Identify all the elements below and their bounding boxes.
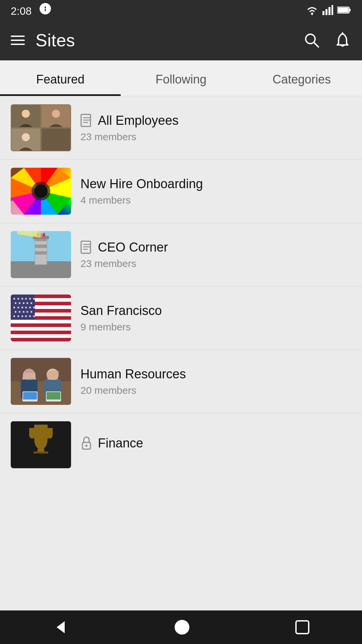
- site-info-human-resources: Human Resources 20 members: [80, 367, 351, 396]
- svg-line-10: [314, 42, 318, 47]
- svg-rect-3: [325, 9, 327, 15]
- recent-square-icon[interactable]: [295, 620, 310, 635]
- svg-point-71: [175, 620, 189, 635]
- svg-rect-31: [35, 245, 47, 248]
- page-icon-ceo: [80, 240, 93, 254]
- site-item-new-hire-onboarding[interactable]: New Hire Onboarding 4 members: [0, 160, 362, 223]
- sites-list: All Employees 23 members: [0, 96, 362, 476]
- svg-text:★ ★ ★ ★ ★: ★ ★ ★ ★ ★: [14, 310, 33, 314]
- site-item-all-employees[interactable]: All Employees 23 members: [0, 96, 362, 160]
- recent-apps-button[interactable]: [295, 620, 310, 635]
- site-thumbnail-all-employees: [11, 104, 71, 151]
- status-left: 2:08: [11, 3, 51, 17]
- site-members-ceo-corner: 23 members: [80, 258, 136, 269]
- site-members-san-francisco: 9 members: [80, 321, 131, 332]
- svg-rect-2: [322, 11, 324, 15]
- svg-line-35: [17, 231, 41, 235]
- pocket-cast-icon: [39, 3, 51, 15]
- svg-rect-16: [42, 128, 70, 151]
- menu-button[interactable]: [11, 36, 25, 45]
- svg-rect-45: [11, 320, 71, 323]
- status-bar: 2:08: [0, 0, 362, 20]
- back-arrow-icon[interactable]: [52, 619, 69, 636]
- bottom-nav: [0, 610, 362, 644]
- site-info-all-employees: All Employees 23 members: [80, 113, 351, 143]
- site-info-san-francisco: San Francisco 9 members: [80, 304, 351, 333]
- site-members-all-employees: 23 members: [80, 131, 136, 142]
- site-item-human-resources[interactable]: Human Resources 20 members: [0, 350, 362, 413]
- top-app-bar: Sites: [0, 20, 362, 60]
- svg-rect-55: [11, 358, 71, 381]
- site-thumbnail-new-hire-onboarding: [11, 168, 71, 215]
- svg-rect-56: [11, 381, 71, 405]
- site-members-human-resources: 20 members: [80, 385, 136, 396]
- svg-rect-64: [47, 392, 60, 399]
- back-button[interactable]: [52, 619, 69, 636]
- svg-text:★ ★ ★ ★ ★ ★: ★ ★ ★ ★ ★ ★: [13, 306, 36, 309]
- svg-rect-8: [338, 8, 349, 12]
- svg-point-18: [52, 110, 60, 118]
- svg-point-19: [22, 133, 30, 141]
- site-name-finance: Finance: [98, 436, 143, 450]
- svg-rect-5: [331, 5, 333, 15]
- wifi-icon: [306, 5, 318, 15]
- site-item-san-francisco[interactable]: ★ ★ ★ ★ ★ ★ ★ ★ ★ ★ ★ ★ ★ ★ ★ ★ ★ ★ ★ ★ …: [0, 286, 362, 350]
- site-name-ceo-corner: CEO Corner: [98, 240, 168, 255]
- site-info-ceo-corner: CEO Corner 23 members: [80, 240, 351, 269]
- svg-rect-7: [349, 9, 351, 11]
- home-button[interactable]: [173, 619, 191, 636]
- svg-point-1: [311, 13, 313, 15]
- svg-text:★ ★ ★ ★ ★ ★: ★ ★ ★ ★ ★ ★: [13, 297, 36, 301]
- site-item-ceo-corner[interactable]: CEO Corner 23 members: [0, 223, 362, 286]
- svg-text:★ ★ ★ ★ ★ ★: ★ ★ ★ ★ ★ ★: [13, 314, 36, 318]
- svg-rect-47: [11, 334, 71, 338]
- top-bar-right: [303, 32, 351, 49]
- site-name-san-francisco: San Francisco: [80, 304, 162, 318]
- site-members-new-hire-onboarding: 4 members: [80, 195, 131, 206]
- page-icon: [80, 114, 93, 127]
- site-name-all-employees: All Employees: [98, 113, 179, 128]
- page-title: Sites: [36, 30, 75, 50]
- home-circle-icon[interactable]: [173, 619, 191, 636]
- tabs-bar: Featured Following Categories: [0, 60, 362, 96]
- top-bar-left: Sites: [11, 30, 75, 50]
- site-info-new-hire-onboarding: New Hire Onboarding 4 members: [80, 177, 351, 206]
- svg-rect-46: [11, 327, 71, 331]
- lock-icon: [80, 436, 93, 450]
- site-name-new-hire-onboarding: New Hire Onboarding: [80, 177, 203, 191]
- tab-featured[interactable]: Featured: [0, 60, 121, 96]
- site-item-finance[interactable]: Finance: [0, 413, 362, 476]
- status-right: [306, 5, 351, 15]
- battery-icon: [337, 6, 351, 14]
- svg-rect-60: [23, 392, 37, 399]
- notification-icon[interactable]: [334, 32, 351, 49]
- site-thumbnail-finance: [11, 421, 71, 468]
- site-name-human-resources: Human Resources: [80, 367, 186, 381]
- status-time: 2:08: [11, 5, 32, 17]
- site-thumbnail-human-resources: [11, 358, 71, 405]
- signal-icon: [322, 5, 333, 15]
- svg-point-17: [22, 110, 30, 118]
- svg-rect-72: [296, 621, 309, 634]
- svg-rect-32: [35, 251, 47, 255]
- search-icon[interactable]: [303, 32, 320, 49]
- svg-marker-70: [57, 621, 65, 633]
- site-thumbnail-san-francisco: ★ ★ ★ ★ ★ ★ ★ ★ ★ ★ ★ ★ ★ ★ ★ ★ ★ ★ ★ ★ …: [11, 294, 71, 341]
- svg-text:★ ★ ★ ★ ★: ★ ★ ★ ★ ★: [14, 301, 33, 305]
- svg-rect-67: [34, 451, 48, 453]
- site-info-finance: Finance: [80, 436, 351, 454]
- tab-categories[interactable]: Categories: [241, 60, 362, 96]
- svg-rect-4: [328, 7, 330, 15]
- svg-point-69: [85, 445, 87, 447]
- site-thumbnail-ceo-corner: [11, 231, 71, 278]
- svg-point-26: [34, 184, 48, 198]
- tab-following[interactable]: Following: [121, 60, 241, 96]
